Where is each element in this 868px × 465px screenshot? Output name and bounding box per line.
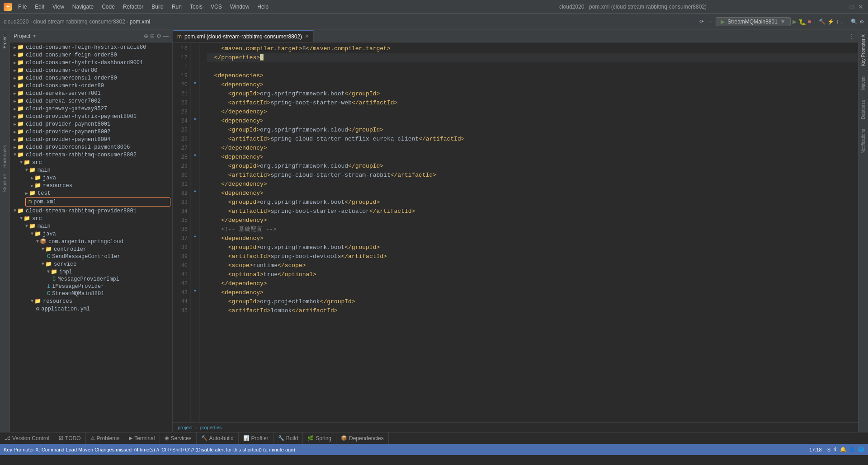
- tree-item-messageproviderimpl[interactable]: C MessageProviderImpl: [10, 276, 172, 283]
- breadcrumb-part-1[interactable]: cloud2020: [4, 19, 28, 25]
- settings-button[interactable]: ⚙: [859, 19, 864, 25]
- menu-vcs[interactable]: VCS: [207, 3, 226, 11]
- tree-item-cloud-provider-payment8001[interactable]: ▶ 📁 cloud-provider-payment8001: [10, 120, 172, 128]
- menu-navigate[interactable]: Navigate: [69, 3, 97, 11]
- tab-pom-close[interactable]: ✕: [305, 33, 309, 39]
- scope-icon[interactable]: ⊕: [144, 33, 148, 39]
- code-editor[interactable]: 16 17 18 19 20 21 22 23 24 25 26 27 28 2…: [173, 42, 858, 422]
- tree-item-cloud-provider-payment8004[interactable]: ▶ 📁 cloud-provider-payment8004: [10, 136, 172, 143]
- menu-file[interactable]: File: [14, 3, 30, 11]
- tree-item-application-yml[interactable]: ⚙ application.yml: [10, 305, 172, 313]
- tree-item-cloud-consumerzk-order80[interactable]: ▶ 📁 cloud-consumerzk-order80: [10, 82, 172, 89]
- menu-tools[interactable]: Tools: [186, 3, 206, 11]
- tree-item-cloud-provider-payment8002[interactable]: ▶ 📁 cloud-provider-payment8002: [10, 128, 172, 136]
- tab-auto-build[interactable]: 🔨 Auto-build: [197, 432, 239, 444]
- hide-icon[interactable]: —: [163, 33, 169, 39]
- tree-item-controller[interactable]: ▼ 📁 controller: [10, 245, 172, 253]
- path-part-2[interactable]: properties: [200, 425, 222, 430]
- tree-item-cloud-provider-hystrix[interactable]: ▶ 📁 cloud-provider-hystrix-payment8001: [10, 113, 172, 120]
- breadcrumb-part-3[interactable]: pom.xml: [130, 19, 150, 25]
- menu-view[interactable]: View: [49, 3, 68, 11]
- tab-dependencies[interactable]: 📦 Dependencies: [336, 432, 389, 444]
- tree-item-streammqmain8801[interactable]: C StreamMQMain8801: [10, 290, 172, 297]
- tree-item-pom-xml[interactable]: m pom.xml: [25, 197, 170, 207]
- run-button[interactable]: ▶: [793, 19, 797, 25]
- tree-item-cloud-consumer-feign-order80[interactable]: ▶ 📁 cloud-consumer-feign-order80: [10, 51, 172, 59]
- stop-button[interactable]: ■: [808, 19, 811, 25]
- code-content[interactable]: <maven.compiler.target>8</maven.compiler…: [200, 42, 858, 422]
- tab-problems[interactable]: ⚠ Problems: [86, 432, 125, 444]
- tab-todo[interactable]: ☑ TODO: [54, 432, 85, 444]
- tree-item-sendmessagecontroller[interactable]: C SendMessageController: [10, 253, 172, 260]
- tree-item-cloud-consumer-feign-hystrix[interactable]: ▶ 📁 cloud-consumer-feign-hystrix-oracle8…: [10, 43, 172, 51]
- tab-services[interactable]: ◉ Services: [160, 432, 197, 444]
- maximize-button[interactable]: □: [848, 3, 855, 10]
- window-title: cloud2020 - pom.xml (cloud-stream-rabbit…: [427, 4, 839, 10]
- tree-item-test-consumer[interactable]: ▶ 📁 test: [10, 189, 172, 197]
- settings-icon[interactable]: ⚙: [156, 33, 161, 39]
- maven-button[interactable]: Maven: [860, 74, 867, 93]
- navigate-back-button[interactable]: ←: [708, 19, 714, 25]
- tab-profiler[interactable]: 📊 Profiler: [239, 432, 274, 444]
- menu-refactor[interactable]: Refactor: [119, 3, 147, 11]
- left-tools-strip: Project Bookmarks Structure: [0, 30, 10, 432]
- tree-item-provider8801[interactable]: ▼ 📁 cloud-stream-rabbitmq-provider8801: [10, 207, 172, 215]
- search-button[interactable]: 🔍: [851, 19, 858, 25]
- tree-item-consumer8802[interactable]: ▼ 📁 cloud-stream-rabbitmq-consumer8802: [10, 151, 172, 159]
- tree-item-cloud-consumerconsul-order80[interactable]: ▶ 📁 cloud-consumerconsul-order80: [10, 74, 172, 82]
- tree-item-resources-provider[interactable]: ▼ 📁 resources: [10, 297, 172, 305]
- tree-item-cloud-eureka-server7002[interactable]: ▶ 📁 cloud-eureka-server7002: [10, 97, 172, 105]
- key-promoter-button[interactable]: Key Promoter X: [860, 32, 867, 69]
- tab-terminal[interactable]: ▶ Terminal: [124, 432, 160, 444]
- editor-area: m pom.xml (cloud-stream-rabbitmq-consume…: [173, 30, 858, 432]
- notifications-button[interactable]: Notifications: [860, 126, 867, 156]
- tree-item-cloud-eureka-server7001[interactable]: ▶ 📁 cloud-eureka-server7001: [10, 89, 172, 97]
- tree-item-cloud-consumer-hystrix-dashboard[interactable]: ▶ 📁 cloud-consumer-hystrix-dashboard9001: [10, 59, 172, 66]
- tree-item-package[interactable]: ▼ 📦 com.angenin.springcloud: [10, 238, 172, 245]
- tab-version-control[interactable]: ⎇ Version Control: [0, 432, 54, 444]
- collapse-all-icon[interactable]: ⊟: [150, 33, 155, 39]
- build-project-button[interactable]: 🔨: [819, 19, 826, 25]
- tree-item-impl-folder[interactable]: ▼ 📁 impl: [10, 268, 172, 276]
- bookmarks-tool-button[interactable]: Bookmarks: [1, 142, 8, 170]
- tree-item-java-consumer[interactable]: ▶ 📁 java: [10, 174, 172, 182]
- tree-item-main-consumer[interactable]: ▼ 📁 main: [10, 166, 172, 174]
- tree-item-cloud-consumer-order80[interactable]: ▶ 📁 cloud-consumer-order80: [10, 66, 172, 74]
- breadcrumb-part-2[interactable]: cloud-stream-rabbitmq-consumer8802: [33, 19, 125, 25]
- editor-tab-pom-xml[interactable]: m pom.xml (cloud-stream-rabbitmq-consume…: [173, 30, 314, 42]
- close-button[interactable]: ✕: [857, 3, 864, 10]
- project-tool-button[interactable]: Project: [1, 32, 8, 51]
- menu-bar: File Edit View Navigate Code Refactor Bu…: [14, 3, 427, 11]
- menu-run[interactable]: Run: [168, 3, 185, 11]
- spring-icon: 🌿: [307, 435, 314, 441]
- run-config-selector[interactable]: ▶ StreamMQMain8801 ▼: [716, 17, 791, 26]
- update-button[interactable]: ↓: [840, 19, 843, 25]
- database-button[interactable]: Database: [860, 97, 867, 122]
- git-button[interactable]: ↕: [836, 19, 839, 25]
- tree-item-imessageprovider[interactable]: I IMessageProvider: [10, 283, 172, 290]
- menu-window[interactable]: Window: [226, 3, 253, 11]
- tab-spring[interactable]: 🌿 Spring: [303, 432, 336, 444]
- tree-item-cloud-providerconsul[interactable]: ▶ 📁 cloud-providerconsul-payment8006: [10, 143, 172, 151]
- tree-item-cloud-gateway[interactable]: ▶ 📁 cloud-gateway-gateway9527: [10, 105, 172, 113]
- debug-button[interactable]: 🐛: [798, 18, 806, 25]
- tree-item-java-provider[interactable]: ▼ 📁 java: [10, 230, 172, 238]
- tree-item-src-provider[interactable]: ▼ 📁 src: [10, 215, 172, 222]
- menu-edit[interactable]: Edit: [31, 3, 48, 11]
- sync-button[interactable]: ⟳: [697, 18, 707, 26]
- tab-build[interactable]: 🔧 Build: [274, 432, 303, 444]
- tree-item-service-folder[interactable]: ▼ 📁 service: [10, 260, 172, 268]
- project-header-arrow[interactable]: ▼: [32, 33, 37, 38]
- structure-tool-button[interactable]: Structure: [1, 171, 8, 195]
- tree-item-main-provider[interactable]: ▼ 📁 main: [10, 222, 172, 230]
- menu-code[interactable]: Code: [98, 3, 118, 11]
- run-config-label: StreamMQMain8801: [727, 19, 778, 25]
- menu-help[interactable]: Help: [254, 3, 272, 11]
- minimize-button[interactable]: ─: [839, 3, 846, 10]
- tree-item-src-consumer[interactable]: ▼ 📁 src: [10, 159, 172, 166]
- tree-item-resources-consumer[interactable]: ▶ 📁 resources: [10, 182, 172, 189]
- more-actions-button[interactable]: ⚡: [827, 19, 834, 25]
- tabs-more-button[interactable]: ⋮: [845, 30, 858, 42]
- menu-build[interactable]: Build: [148, 3, 167, 11]
- path-part-1[interactable]: project: [178, 425, 193, 430]
